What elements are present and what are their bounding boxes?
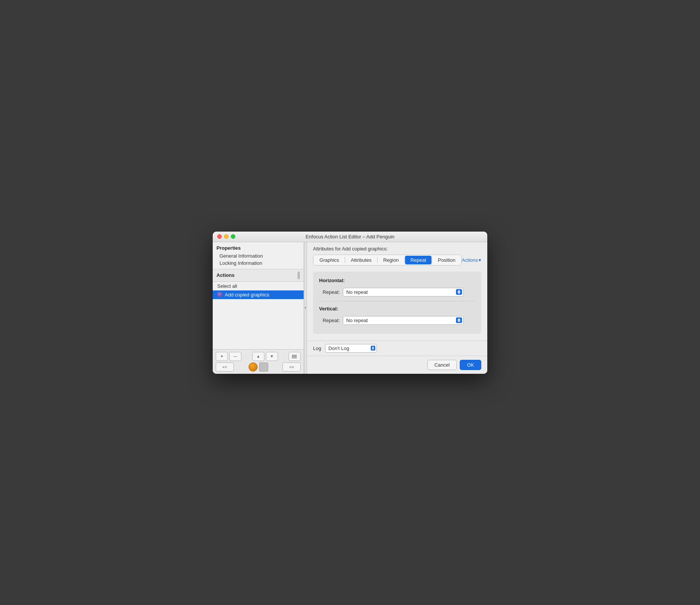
resize-handle[interactable] — [304, 242, 307, 374]
vertical-section-header: Vertical: — [319, 306, 475, 312]
log-bar: Log Don't Log Log Log and Continue — [307, 341, 487, 356]
vertical-repeat-select[interactable]: No repeat Repeat Mirror — [343, 316, 464, 325]
tab-divider-3 — [404, 257, 405, 263]
close-button[interactable] — [217, 234, 222, 239]
minimize-button[interactable] — [224, 234, 229, 239]
tab-graphics[interactable]: Graphics — [314, 256, 344, 264]
toolbar-row-2: << << — [216, 362, 301, 372]
horizontal-repeat-select-wrapper: No repeat Repeat Mirror — [343, 288, 464, 296]
action-item-add-copied-graphics[interactable]: Add copied graphics — [213, 290, 304, 299]
tab-divider-1 — [345, 257, 345, 263]
tab-position[interactable]: Position — [433, 256, 461, 264]
tab-region[interactable]: Region — [378, 256, 404, 264]
tab-divider-2 — [377, 257, 378, 263]
back-button-2[interactable]: << — [282, 362, 301, 372]
action-item-select-all[interactable]: Select all — [213, 282, 304, 290]
window-title: Enfocus Action List Editor – Add Penguin — [305, 234, 395, 240]
tab-divider-4 — [432, 257, 432, 263]
menu-button[interactable] — [289, 352, 301, 361]
horizontal-section-card: Horizontal: Repeat: No repeat Repeat Mir… — [313, 272, 481, 334]
tabs-container: Graphics Attributes Region Repeat Positi… — [307, 255, 487, 266]
footer: Cancel OK — [307, 356, 487, 374]
log-arrow-icon — [371, 346, 375, 351]
add-action-button[interactable]: ✦ — [216, 352, 228, 361]
arrow-down-icon — [457, 292, 461, 294]
action-item-icon — [217, 292, 223, 297]
arrow-down-icon-v — [457, 321, 461, 322]
action-item-label: Add copied graphics — [225, 292, 269, 298]
vertical-repeat-select-wrapper: No repeat Repeat Mirror — [343, 316, 464, 325]
actions-header: Actions — [213, 269, 304, 282]
vertical-repeat-row: Repeat: No repeat Repeat Mirror — [319, 316, 475, 325]
svg-point-4 — [292, 356, 293, 357]
vertical-repeat-arrows — [456, 318, 462, 323]
traffic-lights — [217, 234, 235, 239]
actions-title: Actions — [216, 272, 235, 278]
remove-action-button[interactable]: — — [229, 352, 241, 361]
titlebar: Enfocus Action List Editor – Add Penguin — [213, 232, 487, 242]
log-label: Log — [313, 345, 321, 351]
properties-general-information[interactable]: General Information — [216, 252, 300, 260]
move-up-button[interactable]: ▲ — [252, 352, 264, 361]
bottom-toolbar: ✦ — ▲ ▼ — [213, 349, 304, 374]
drag-handle[interactable] — [298, 272, 300, 279]
left-panel: Properties General Information Locking I… — [213, 242, 304, 374]
svg-point-3 — [292, 355, 293, 355]
cancel-button[interactable]: Cancel — [427, 360, 457, 370]
orange-indicator[interactable] — [249, 362, 258, 372]
actions-link-label: Actions — [462, 257, 478, 263]
chevron-down-icon: ▾ — [479, 257, 481, 263]
horizontal-repeat-select[interactable]: No repeat Repeat Mirror — [343, 288, 464, 296]
actions-dropdown-link[interactable]: Actions ▾ — [462, 257, 481, 263]
gray-indicator[interactable] — [259, 362, 268, 372]
move-down-button[interactable]: ▼ — [266, 352, 278, 361]
svg-rect-0 — [292, 355, 297, 356]
horizontal-repeat-row: Repeat: No repeat Repeat Mirror — [319, 288, 475, 296]
main-window: Enfocus Action List Editor – Add Penguin… — [213, 232, 487, 374]
actions-section: Actions Select all Add copied graphics — [213, 269, 304, 374]
properties-title: Properties — [216, 245, 300, 251]
panel-content: Horizontal: Repeat: No repeat Repeat Mir… — [307, 266, 487, 341]
arrow-up-icon-v — [457, 318, 461, 320]
arrow-up-icon — [457, 290, 461, 292]
log-select-wrapper: Don't Log Log Log and Continue — [325, 344, 377, 353]
ok-button[interactable]: OK — [460, 360, 481, 370]
horizontal-section-header: Horizontal: — [319, 278, 475, 283]
tab-attributes[interactable]: Attributes — [345, 256, 377, 264]
right-panel: Attributes for Add copied graphics: Grap… — [307, 242, 487, 374]
properties-locking-information[interactable]: Locking Information — [216, 260, 300, 267]
maximize-button[interactable] — [231, 234, 235, 239]
back-button-1[interactable]: << — [216, 362, 234, 372]
section-divider — [319, 301, 475, 301]
actions-list: Select all Add copied graphics — [213, 282, 304, 349]
svg-rect-1 — [292, 356, 297, 357]
properties-section: Properties General Information Locking I… — [213, 242, 304, 269]
horizontal-repeat-label: Repeat: — [319, 289, 340, 295]
action-item-label: Select all — [217, 283, 237, 289]
svg-point-5 — [292, 357, 293, 358]
svg-rect-2 — [292, 358, 297, 358]
toolbar-row-1: ✦ — ▲ ▼ — [216, 352, 301, 361]
vertical-repeat-label: Repeat: — [319, 318, 340, 323]
resize-dot — [305, 307, 306, 309]
attributes-header: Attributes for Add copied graphics: — [307, 242, 487, 255]
horizontal-repeat-arrows — [456, 289, 462, 295]
tabs-group: Graphics Attributes Region Repeat Positi… — [313, 255, 462, 266]
main-content: Properties General Information Locking I… — [213, 242, 487, 374]
tab-repeat[interactable]: Repeat — [405, 256, 431, 264]
log-select[interactable]: Don't Log Log Log and Continue — [325, 344, 377, 353]
